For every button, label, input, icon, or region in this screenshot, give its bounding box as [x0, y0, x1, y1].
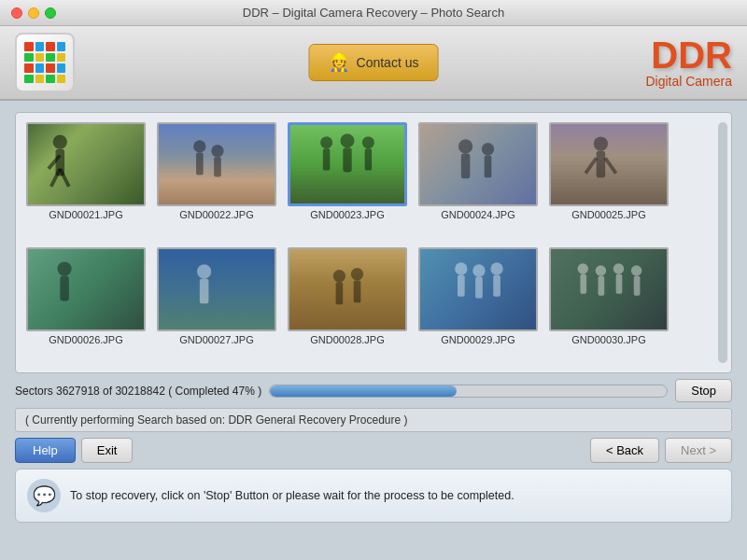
- photo-thumbnail[interactable]: [418, 122, 538, 206]
- photo-thumbnail[interactable]: [418, 247, 538, 331]
- svg-rect-9: [214, 157, 221, 176]
- svg-point-36: [490, 262, 502, 274]
- svg-rect-25: [60, 276, 69, 301]
- window-title: DDR – Digital Camera Recovery – Photo Se…: [243, 6, 504, 20]
- mosaic-cell: [46, 53, 55, 63]
- mosaic-cell: [57, 42, 66, 51]
- photo-filename: GND00024.JPG: [441, 209, 514, 220]
- contact-label: Contact us: [357, 55, 419, 70]
- photo-thumbnail[interactable]: [549, 122, 669, 206]
- app-logo: [15, 33, 75, 92]
- svg-rect-19: [485, 155, 492, 177]
- info-box: 💬 To stop recovery, click on 'Stop' Butt…: [15, 469, 732, 523]
- maximize-button[interactable]: [45, 7, 56, 19]
- list-item[interactable]: GND00029.JPG: [417, 247, 539, 363]
- svg-point-26: [197, 264, 211, 278]
- list-item[interactable]: GND00026.JPG: [25, 247, 147, 363]
- svg-point-12: [341, 133, 355, 147]
- stop-button[interactable]: Stop: [675, 379, 732, 402]
- svg-rect-33: [458, 275, 465, 297]
- list-item[interactable]: GND00030.JPG: [548, 247, 669, 363]
- photo-filename: GND00021.JPG: [49, 209, 122, 220]
- svg-rect-21: [597, 151, 606, 178]
- info-icon: 💬: [27, 479, 61, 512]
- svg-point-8: [211, 145, 223, 157]
- mosaic-cell: [46, 42, 55, 51]
- progress-fill: [270, 385, 457, 397]
- list-item[interactable]: GND00025.JPG: [548, 122, 669, 238]
- contact-button[interactable]: 👷 Contact us: [309, 44, 439, 81]
- help-button[interactable]: Help: [15, 438, 76, 463]
- svg-rect-29: [336, 282, 344, 304]
- svg-point-32: [455, 262, 467, 274]
- status-text: ( Currently performing Search based on: …: [25, 413, 408, 427]
- photo-filename: GND00025.JPG: [571, 209, 645, 220]
- list-item[interactable]: GND00028.JPG: [287, 247, 408, 363]
- svg-point-24: [57, 261, 71, 275]
- svg-point-42: [613, 263, 624, 273]
- brand: DDR Digital Camera: [645, 36, 732, 89]
- svg-rect-0: [29, 124, 143, 204]
- minimize-button[interactable]: [28, 7, 39, 19]
- photo-filename: GND00023.JPG: [310, 209, 384, 220]
- svg-rect-7: [196, 153, 204, 175]
- list-item[interactable]: GND00027.JPG: [156, 247, 277, 363]
- svg-point-6: [193, 140, 205, 152]
- photo-thumbnail[interactable]: [157, 247, 276, 331]
- list-item[interactable]: GND00024.JPG: [417, 122, 539, 238]
- svg-point-1: [53, 134, 67, 148]
- info-message: To stop recovery, click on 'Stop' Button…: [70, 489, 514, 502]
- mosaic-cell: [24, 42, 34, 51]
- button-bar: Help Exit < Back Next >: [15, 438, 732, 463]
- exit-button[interactable]: Exit: [81, 438, 134, 463]
- mosaic-cell: [35, 42, 45, 51]
- mosaic-cell: [46, 63, 55, 73]
- list-item[interactable]: GND00023.JPG: [287, 122, 408, 238]
- mosaic-cell: [57, 53, 66, 63]
- back-button[interactable]: < Back: [590, 438, 659, 463]
- svg-point-28: [333, 270, 345, 282]
- titlebar: DDR – Digital Camera Recovery – Photo Se…: [0, 0, 747, 26]
- svg-rect-17: [461, 154, 471, 179]
- photo-filename: GND00027.JPG: [179, 334, 253, 345]
- brand-name: DDR: [645, 36, 732, 74]
- logo-mosaic: [24, 42, 65, 83]
- svg-line-4: [51, 169, 61, 187]
- svg-point-14: [362, 136, 374, 148]
- svg-point-16: [458, 139, 472, 153]
- list-item[interactable]: GND00022.JPG: [156, 122, 277, 238]
- list-item[interactable]: GND00021.JPG: [25, 122, 147, 238]
- photo-thumbnail[interactable]: [26, 122, 146, 206]
- close-button[interactable]: [11, 7, 22, 19]
- photo-thumbnail[interactable]: [288, 122, 407, 206]
- svg-point-44: [631, 265, 641, 275]
- svg-rect-13: [343, 147, 351, 172]
- mosaic-cell: [24, 53, 34, 63]
- photo-thumbnail[interactable]: [549, 247, 669, 331]
- svg-rect-37: [493, 275, 500, 297]
- svg-rect-35: [475, 277, 483, 299]
- main-content: GND00021.JPG GND00022.JPG: [0, 101, 747, 560]
- photo-thumbnail[interactable]: [157, 122, 276, 206]
- svg-point-18: [482, 143, 494, 155]
- photo-filename: GND00030.JPG: [571, 334, 645, 345]
- photo-filename: GND00026.JPG: [49, 334, 122, 345]
- svg-rect-31: [354, 280, 361, 302]
- next-button[interactable]: Next >: [665, 438, 732, 463]
- svg-point-30: [351, 268, 363, 280]
- brand-sub: Digital Camera: [645, 74, 732, 89]
- header: 👷 Contact us DDR Digital Camera: [0, 26, 747, 101]
- svg-rect-43: [616, 274, 623, 294]
- mosaic-cell: [35, 75, 45, 84]
- mosaic-cell: [24, 63, 34, 73]
- photo-thumbnail[interactable]: [288, 247, 407, 331]
- svg-rect-15: [365, 148, 372, 170]
- photo-thumbnail[interactable]: [26, 247, 146, 331]
- mosaic-cell: [46, 75, 55, 84]
- mosaic-cell: [35, 63, 45, 73]
- photo-filename: GND00022.JPG: [179, 209, 253, 220]
- progress-area: Sectors 3627918 of 30218842 ( Completed …: [15, 379, 732, 402]
- photo-grid[interactable]: GND00021.JPG GND00022.JPG: [15, 112, 732, 373]
- traffic-lights: [11, 7, 56, 19]
- svg-line-22: [585, 158, 596, 173]
